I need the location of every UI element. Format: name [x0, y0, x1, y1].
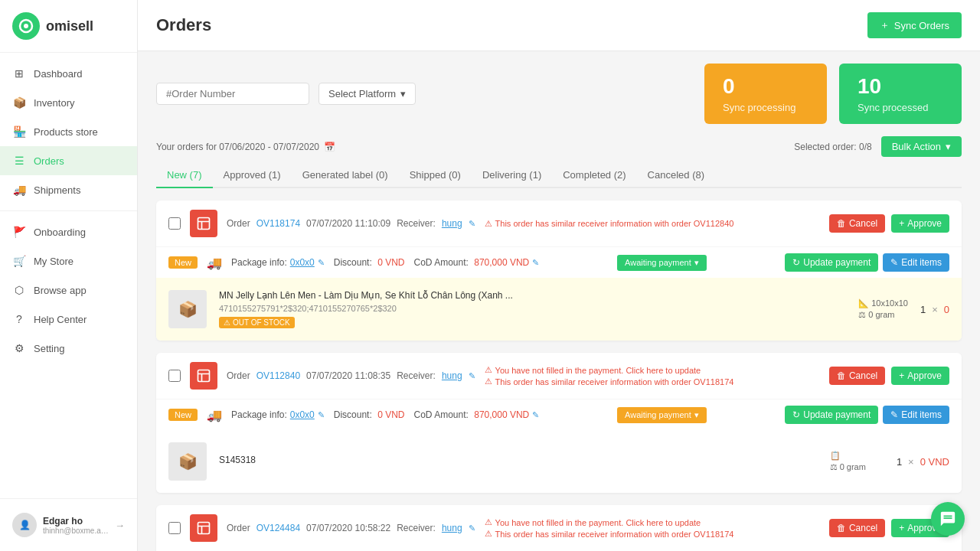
new-badge-1: New	[168, 256, 198, 269]
tab-completed[interactable]: Completed (2)	[552, 163, 636, 188]
order-warning-3: ⚠ You have not filled in the payment. Cl…	[485, 517, 820, 539]
sidebar-item-help-center[interactable]: ? Help Center	[0, 305, 137, 334]
tab-shipped[interactable]: Shipped (0)	[399, 163, 472, 188]
edit-package-icon-2[interactable]: ✎	[318, 410, 325, 420]
flag-icon: 🚩	[12, 225, 26, 239]
warning-text-3a[interactable]: You have not filled in the payment. Clic…	[495, 518, 701, 527]
weight-icon-2: ⚖ 0 gram	[830, 462, 866, 472]
order-label-3: Order	[227, 523, 250, 533]
cancel-button-2[interactable]: 🗑 Cancel	[829, 367, 885, 385]
store-icon: 🏪	[12, 125, 26, 139]
trash-icon: 🗑	[837, 218, 846, 229]
tab-delivering[interactable]: Delivering (1)	[472, 163, 552, 188]
dashboard-icon: ⊞	[12, 67, 26, 80]
nav-divider	[0, 210, 137, 211]
tab-canceled[interactable]: Canceled (8)	[637, 163, 715, 188]
sidebar-item-onboarding[interactable]: 🚩 Onboarding	[0, 217, 137, 246]
receiver-link-1[interactable]: hung	[442, 218, 462, 229]
edit-cod-icon-2[interactable]: ✎	[532, 410, 539, 419]
sidebar-item-shipments[interactable]: 🚚 Shipments	[0, 175, 137, 204]
sidebar-item-inventory[interactable]: 📦 Inventory	[0, 88, 137, 117]
order-number-input[interactable]	[156, 83, 309, 105]
selected-order-info: Selected order: 0/8	[794, 142, 871, 152]
order-action-buttons-2: 🗑 Cancel + Approve	[829, 367, 949, 385]
edit-receiver-icon-3[interactable]: ✎	[469, 523, 475, 533]
order-number-link-2[interactable]: OV112840	[256, 370, 300, 381]
order-warning-2: ⚠ You have not filled in the payment. Cl…	[485, 365, 820, 386]
receiver-link-3[interactable]: hung	[442, 523, 462, 533]
cod-info-1: CoD Amount: 870,000 VND ✎	[413, 257, 538, 268]
sync-orders-button[interactable]: ＋ Sync Orders	[867, 12, 962, 38]
sync-processed-count: 10	[858, 74, 943, 99]
approve-button-1[interactable]: + Approve	[891, 214, 949, 233]
order-info-1: Order OV118174 07/07/2020 11:10:09 Recei…	[227, 218, 475, 229]
order-platform-icon-2	[190, 362, 217, 390]
tab-approved[interactable]: Approved (1)	[213, 163, 292, 188]
product-sku-1: 4710155275791*2$320;4710155270765*2$320	[219, 304, 846, 313]
approve-button-2[interactable]: + Approve	[891, 367, 949, 385]
logo-text: omisell	[46, 18, 93, 34]
bulk-action-button[interactable]: Bulk Action ▾	[881, 136, 962, 157]
sync-button-label: Sync Orders	[894, 20, 949, 31]
warning-item-2a: ⚠ You have not filled in the payment. Cl…	[485, 365, 820, 375]
edit-items-button-1[interactable]: ✎ Edit items	[883, 253, 949, 272]
sidebar-item-label: Shipments	[34, 184, 80, 196]
tab-new[interactable]: New (7)	[156, 163, 213, 188]
platform-select[interactable]: Select Platform ▾	[318, 83, 416, 105]
payment-badge-2[interactable]: Awaiting payment ▾	[617, 407, 707, 423]
sidebar: omisell ⊞ Dashboard 📦 Inventory 🏪 Produc…	[0, 0, 138, 551]
order-card-2: Order OV112840 07/07/2020 11:08:35 Recei…	[156, 353, 962, 493]
order-card-1: Order OV118174 07/07/2020 11:10:09 Recei…	[156, 201, 962, 341]
chat-bubble[interactable]	[931, 502, 965, 536]
warning-text-3b[interactable]: This order has similar receiver informat…	[495, 530, 734, 539]
warning-text-2b[interactable]: This order has similar receiver informat…	[495, 377, 734, 386]
trash-icon: 🗑	[837, 370, 846, 381]
platform-label: Select Platform	[328, 88, 396, 99]
sidebar-item-browse-app[interactable]: ⬡ Browse app	[0, 276, 137, 305]
warning-icon-2b: ⚠	[485, 377, 492, 386]
payment-badge-1[interactable]: Awaiting payment ▾	[617, 255, 707, 271]
order-number-link-1[interactable]: OV118174	[256, 218, 300, 229]
package-info-link-1[interactable]: 0x0x0	[290, 257, 315, 268]
user-profile[interactable]: 👤 Edgar ho thinhn@boxme.asia →	[0, 505, 137, 545]
edit-receiver-icon-1[interactable]: ✎	[469, 219, 475, 229]
sidebar-item-my-store[interactable]: 🛒 My Store	[0, 246, 137, 276]
edit-receiver-icon-2[interactable]: ✎	[469, 371, 475, 381]
order-time-1: 07/07/2020 11:10:09	[306, 218, 390, 229]
warning-text-2a[interactable]: You have not filled in the payment. Clic…	[495, 366, 701, 375]
package-info-link-2[interactable]: 0x0x0	[290, 409, 315, 420]
warning-text-1[interactable]: This order has similar receiver informat…	[495, 219, 734, 228]
product-image-1: 📦	[168, 290, 207, 328]
edit-package-icon-1[interactable]: ✎	[318, 258, 325, 268]
update-payment-button-2[interactable]: ↻ Update payment	[785, 406, 878, 424]
receiver-link-2[interactable]: hung	[442, 370, 462, 381]
refresh-icon: ↻	[792, 409, 800, 420]
qty-value-2: 1	[897, 456, 902, 468]
sidebar-item-setting[interactable]: ⚙ Setting	[0, 334, 137, 363]
order-number-link-3[interactable]: OV124484	[256, 523, 300, 533]
sidebar-item-label: Orders	[34, 155, 64, 167]
logout-icon[interactable]: →	[115, 520, 125, 531]
sidebar-item-label: Setting	[34, 343, 64, 354]
cancel-button-3[interactable]: 🗑 Cancel	[829, 519, 885, 537]
svg-rect-3	[198, 370, 210, 382]
qty-value-1: 1	[920, 304, 926, 315]
order-checkbox-2[interactable]	[168, 370, 181, 382]
payment-status-1: Awaiting payment ▾	[617, 255, 707, 271]
edit-items-button-2[interactable]: ✎ Edit items	[883, 406, 949, 424]
qty-price-2: 0 VND	[920, 456, 949, 468]
update-payment-button-1[interactable]: ↻ Update payment	[785, 253, 878, 272]
sidebar-item-products-store[interactable]: 🏪 Products store	[0, 117, 137, 146]
order-info-2: Order OV112840 07/07/2020 11:08:35 Recei…	[227, 370, 475, 381]
avatar: 👤	[12, 513, 37, 537]
edit-cod-icon-1[interactable]: ✎	[532, 258, 539, 267]
tab-generated[interactable]: Generated label (0)	[292, 163, 399, 188]
sidebar-item-dashboard[interactable]: ⊞ Dashboard	[0, 59, 137, 88]
order-checkbox-3[interactable]	[168, 522, 181, 534]
content-area: Select Platform ▾ 0 Sync processing 10 S…	[138, 51, 980, 551]
cancel-button-1[interactable]: 🗑 Cancel	[829, 214, 885, 233]
order-checkbox-1[interactable]	[168, 217, 181, 230]
sidebar-item-orders[interactable]: ☰ Orders	[0, 146, 137, 175]
product-details-1: MN Jelly Lạnh Lên Men - Làm Dịu Mụn, Se …	[219, 290, 846, 328]
item-action-buttons-1: ↻ Update payment ✎ Edit items	[785, 253, 949, 272]
